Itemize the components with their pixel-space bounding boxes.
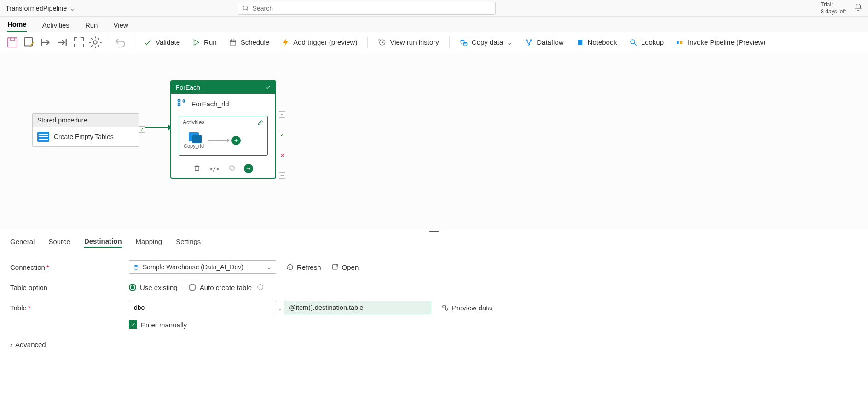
failure-port-icon[interactable]: ✕ — [279, 152, 285, 158]
svg-line-1 — [247, 9, 248, 11]
svg-point-19 — [526, 40, 527, 41]
tab-general[interactable]: General — [10, 238, 35, 247]
svg-rect-2 — [8, 38, 17, 47]
notifications-button[interactable] — [854, 3, 862, 13]
import-button[interactable] — [55, 35, 69, 49]
svg-point-18 — [463, 41, 467, 43]
tab-mapping[interactable]: Mapping — [136, 238, 162, 247]
skip-port-icon[interactable]: ⤳ — [279, 111, 285, 118]
activities-container[interactable]: Activities Copy_rld + — [179, 116, 268, 156]
add-activity-button[interactable]: + — [231, 136, 241, 145]
stored-procedure-icon — [37, 132, 49, 142]
trash-icon — [193, 164, 201, 172]
destination-form: Connection* Sample Warehouse (Data_AI_De… — [0, 251, 868, 358]
connection-dropdown[interactable]: Sample Warehouse (Data_AI_Dev) ⌄ — [129, 260, 276, 274]
code-button[interactable]: </> — [209, 165, 220, 172]
menu-home[interactable]: Home — [7, 20, 27, 32]
node-header: Stored procedure — [33, 114, 139, 127]
advanced-toggle[interactable]: › Advanced — [10, 341, 858, 349]
connector-arrow — [145, 127, 168, 128]
menu-view[interactable]: View — [113, 21, 128, 32]
schedule-button[interactable]: Schedule — [224, 37, 274, 47]
node-header: ForEach ⤢ — [171, 81, 275, 94]
success-port-icon[interactable]: ✓ — [279, 132, 285, 138]
menu-run[interactable]: Run — [85, 21, 98, 32]
svg-point-37 — [443, 305, 446, 308]
copy-icon — [189, 132, 199, 141]
svg-point-0 — [243, 6, 247, 10]
refresh-button[interactable]: Refresh — [286, 263, 321, 271]
open-button[interactable]: Open — [331, 263, 359, 271]
dataflow-button[interactable]: Dataflow — [520, 37, 568, 47]
refresh-icon — [286, 263, 294, 271]
delete-button[interactable] — [193, 164, 201, 173]
lookup-button[interactable]: Lookup — [625, 37, 668, 47]
node-name: Create Empty Tables — [54, 133, 114, 140]
svg-point-38 — [446, 308, 448, 310]
save-icon — [6, 35, 19, 49]
add-trigger-button[interactable]: Add trigger (preview) — [277, 37, 362, 47]
settings-button[interactable] — [88, 35, 102, 49]
table-expression-input[interactable]: @item().destination.table — [284, 301, 431, 314]
info-icon[interactable]: ⓘ — [257, 283, 263, 291]
notebook-button[interactable]: Notebook — [571, 37, 622, 47]
run-button[interactable]: Run — [187, 37, 221, 47]
fit-view-button[interactable] — [72, 35, 86, 49]
svg-rect-11 — [230, 40, 236, 45]
save-as-button[interactable] — [22, 35, 36, 49]
save-button[interactable] — [6, 35, 19, 49]
invoke-pipeline-button[interactable]: Invoke Pipeline (Preview) — [671, 37, 770, 47]
use-existing-radio[interactable]: Use existing — [129, 284, 178, 291]
foreach-output-ports: ⤳ ✓ ✕ → — [279, 111, 285, 179]
pipeline-title[interactable]: TransformedPipeline ⌄ — [6, 5, 75, 12]
clone-button[interactable] — [228, 164, 236, 173]
pipeline-canvas[interactable]: Stored procedure Create Empty Tables ✓ F… — [0, 52, 868, 229]
preview-data-button[interactable]: Preview data — [441, 304, 492, 312]
copy-data-button[interactable]: Copy data⌄ — [455, 37, 517, 47]
run-node-button[interactable]: ➜ — [244, 164, 253, 173]
inner-copy-activity[interactable]: Copy_rld — [184, 132, 204, 149]
svg-line-24 — [634, 43, 637, 46]
chevron-down-icon: ⌄ — [69, 5, 75, 12]
menu-activities[interactable]: Activities — [42, 21, 69, 32]
pencil-icon[interactable] — [257, 119, 264, 126]
foreach-node[interactable]: ForEach ⤢ ForEach_rld Activities Copy_rl… — [170, 80, 276, 179]
separator — [133, 36, 133, 48]
undo-icon — [114, 35, 127, 49]
stored-procedure-node[interactable]: Stored procedure Create Empty Tables ✓ — [32, 113, 139, 147]
search-input[interactable] — [253, 5, 492, 12]
separator — [367, 36, 368, 48]
success-port-icon[interactable]: ✓ — [139, 126, 145, 133]
search-icon — [242, 5, 249, 12]
fit-icon — [72, 35, 86, 49]
export-button[interactable] — [39, 35, 52, 49]
svg-rect-28 — [178, 104, 180, 106]
svg-point-23 — [631, 40, 635, 44]
validate-button[interactable]: Validate — [139, 37, 185, 47]
copy-data-icon — [460, 38, 468, 47]
tab-source[interactable]: Source — [48, 238, 70, 247]
enter-manually-checkbox[interactable]: ✓Enter manually — [129, 320, 187, 329]
main-menu: Home Activities Run View — [0, 17, 868, 32]
auto-create-radio[interactable]: Auto create tableⓘ — [189, 283, 263, 291]
panel-splitter[interactable] — [0, 229, 868, 233]
svg-marker-15 — [283, 39, 288, 46]
undo-button[interactable] — [114, 35, 127, 49]
connection-value: Sample Warehouse (Data_AI_Dev) — [143, 263, 243, 271]
arrow-right-bar-icon — [39, 35, 52, 49]
completion-port-icon[interactable]: → — [279, 172, 285, 179]
view-history-button[interactable]: View run history — [373, 37, 443, 47]
pipeline-icon — [676, 38, 684, 47]
svg-point-17 — [461, 39, 464, 41]
tab-destination[interactable]: Destination — [84, 237, 122, 248]
svg-rect-27 — [178, 100, 180, 102]
schema-input[interactable] — [129, 301, 276, 314]
search-box[interactable] — [238, 2, 496, 15]
lookup-icon — [629, 38, 637, 47]
play-icon — [192, 38, 200, 47]
check-icon — [144, 38, 152, 47]
expand-icon[interactable]: ⤢ — [266, 84, 271, 91]
svg-rect-22 — [578, 40, 582, 45]
calendar-icon — [229, 38, 237, 47]
tab-settings[interactable]: Settings — [176, 238, 201, 247]
